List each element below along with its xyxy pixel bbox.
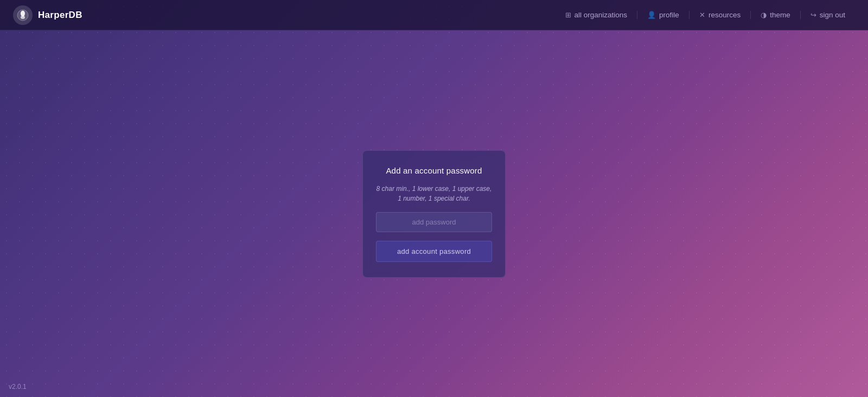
- sign-out-icon: ↪: [810, 11, 816, 19]
- nav-all-organizations-label: all organizations: [575, 11, 628, 19]
- organizations-icon: ⊞: [565, 11, 571, 19]
- nav-sign-out[interactable]: ↪ sign out: [801, 11, 855, 19]
- nav-theme-label: theme: [770, 11, 790, 19]
- app-name: HarperDB: [38, 10, 82, 21]
- nav-sign-out-label: sign out: [820, 11, 845, 19]
- brand-logo[interactable]: HarperDB: [13, 5, 82, 25]
- add-account-password-button[interactable]: add account password: [376, 241, 492, 262]
- navbar: HarperDB ⊞ all organizations 👤 profile ✕…: [0, 0, 868, 30]
- resources-icon: ✕: [699, 11, 705, 19]
- password-input[interactable]: [376, 212, 492, 232]
- nav-items: ⊞ all organizations 👤 profile ✕ resource…: [556, 11, 855, 19]
- profile-icon: 👤: [647, 11, 656, 19]
- nav-all-organizations[interactable]: ⊞ all organizations: [556, 11, 638, 19]
- version-label: v2.0.1: [9, 383, 27, 390]
- card-hint: 8 char min., 1 lower case, 1 upper case,…: [376, 184, 492, 203]
- nav-profile-label: profile: [659, 11, 679, 19]
- nav-profile[interactable]: 👤 profile: [637, 11, 690, 19]
- svg-point-2: [21, 16, 25, 19]
- nav-resources-label: resources: [709, 11, 741, 19]
- nav-theme[interactable]: ◑ theme: [751, 11, 801, 19]
- app-logo-icon: [13, 5, 33, 25]
- nav-resources[interactable]: ✕ resources: [690, 11, 751, 19]
- add-password-card: Add an account password 8 char min., 1 l…: [362, 150, 506, 278]
- theme-icon: ◑: [761, 11, 767, 19]
- card-title: Add an account password: [386, 166, 482, 175]
- main-content: Add an account password 8 char min., 1 l…: [0, 30, 868, 397]
- svg-point-1: [21, 10, 25, 16]
